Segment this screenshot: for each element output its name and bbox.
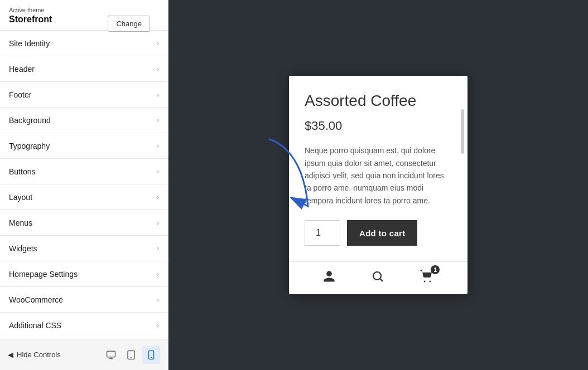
nav-item-label-additional-css: Additional CSS xyxy=(9,321,61,330)
scrollbar[interactable] xyxy=(461,109,464,154)
chevron-right-icon: › xyxy=(157,244,159,252)
add-to-cart-row: Add to cart xyxy=(305,220,452,246)
tablet-icon xyxy=(126,350,136,360)
nav-item-additional-css[interactable]: Additional CSS › xyxy=(0,313,168,338)
desktop-icon xyxy=(106,350,116,360)
view-mode-controls xyxy=(102,346,160,364)
chevron-right-icon: › xyxy=(157,142,159,150)
nav-item-label-layout: Layout xyxy=(9,193,32,202)
nav-item-woocommerce[interactable]: WooCommerce › xyxy=(0,287,168,313)
mobile-view-button[interactable] xyxy=(142,346,160,364)
svg-point-11 xyxy=(430,281,431,283)
customizer-sidebar: Active theme Storefront Change Site Iden… xyxy=(0,0,168,370)
nav-item-label-typography: Typography xyxy=(9,142,50,150)
cart-icon[interactable]: 1 xyxy=(420,270,434,286)
nav-item-label-homepage-settings: Homepage Settings xyxy=(9,270,78,279)
nav-item-label-site-identity: Site Identity xyxy=(9,39,50,48)
nav-item-background[interactable]: Background › xyxy=(0,108,168,133)
svg-rect-0 xyxy=(107,351,115,357)
nav-item-buttons[interactable]: Buttons › xyxy=(0,159,168,184)
desktop-view-button[interactable] xyxy=(102,346,120,364)
nav-item-label-widgets: Widgets xyxy=(9,244,37,253)
chevron-right-icon: › xyxy=(157,65,159,73)
nav-item-widgets[interactable]: Widgets › xyxy=(0,236,168,261)
theme-name: Storefront xyxy=(9,14,52,25)
tablet-view-button[interactable] xyxy=(122,346,140,364)
hide-controls-label: Hide Controls xyxy=(17,350,61,359)
search-icon[interactable] xyxy=(371,270,384,286)
chevron-right-icon: › xyxy=(157,321,159,329)
nav-item-label-footer: Footer xyxy=(9,90,31,99)
nav-item-label-woocommerce: WooCommerce xyxy=(9,295,63,304)
chevron-right-icon: › xyxy=(157,218,159,227)
chevron-right-icon: › xyxy=(157,90,159,99)
chevron-right-icon: › xyxy=(157,167,159,176)
nav-item-label-menus: Menus xyxy=(9,218,32,227)
svg-line-9 xyxy=(380,279,383,281)
cart-badge: 1 xyxy=(431,265,440,274)
nav-item-header[interactable]: Header › xyxy=(0,56,168,82)
nav-item-label-background: Background xyxy=(9,116,51,125)
quantity-input[interactable] xyxy=(305,220,340,246)
nav-item-menus[interactable]: Menus › xyxy=(0,210,168,236)
product-description: Neque porro quisquam est, qui dolore ips… xyxy=(305,144,452,207)
add-to-cart-button[interactable]: Add to cart xyxy=(347,220,417,246)
sidebar-header: Active theme Storefront Change xyxy=(0,0,168,31)
product-card-body: Assorted Coffee $35.00 Neque porro quisq… xyxy=(289,76,467,262)
product-price: $35.00 xyxy=(305,119,452,133)
sidebar-footer: ◀ Hide Controls xyxy=(0,339,168,370)
chevron-right-icon: › xyxy=(157,270,159,278)
nav-item-homepage-settings[interactable]: Homepage Settings › xyxy=(0,261,168,287)
nav-item-layout[interactable]: Layout › xyxy=(0,184,168,210)
customizer-nav: Site Identity › Header › Footer › Backgr… xyxy=(0,31,168,339)
chevron-right-icon: › xyxy=(157,39,159,47)
nav-item-label-header: Header xyxy=(9,65,35,74)
nav-item-label-buttons: Buttons xyxy=(9,167,35,176)
account-icon[interactable] xyxy=(322,270,336,286)
card-footer-icons: 1 xyxy=(289,261,467,294)
nav-item-typography[interactable]: Typography › xyxy=(0,133,168,159)
hide-controls-icon: ◀ xyxy=(8,350,13,359)
active-theme-label: Active theme xyxy=(9,7,52,13)
nav-item-footer[interactable]: Footer › xyxy=(0,82,168,108)
svg-point-8 xyxy=(373,272,381,280)
chevron-right-icon: › xyxy=(157,295,159,304)
svg-point-10 xyxy=(424,281,426,283)
change-theme-button[interactable]: Change xyxy=(108,16,150,32)
chevron-right-icon: › xyxy=(157,193,159,201)
nav-item-site-identity[interactable]: Site Identity › xyxy=(0,31,168,56)
product-title: Assorted Coffee xyxy=(305,91,452,110)
chevron-right-icon: › xyxy=(157,116,159,124)
preview-area: Assorted Coffee $35.00 Neque porro quisq… xyxy=(168,0,588,370)
mobile-icon xyxy=(146,350,156,360)
hide-controls-button[interactable]: ◀ Hide Controls xyxy=(8,350,61,359)
product-card: Assorted Coffee $35.00 Neque porro quisq… xyxy=(289,76,467,295)
